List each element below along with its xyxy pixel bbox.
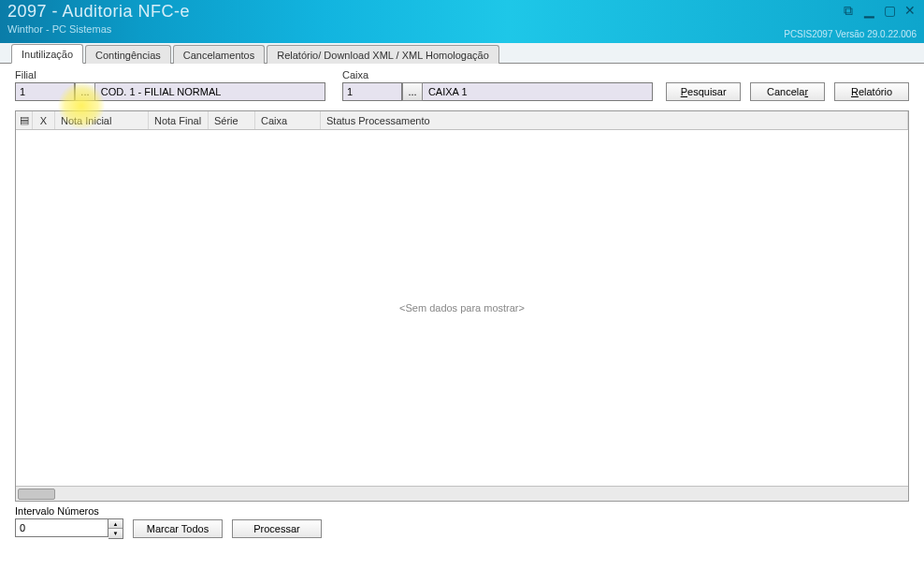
grid-col-serie[interactable]: Série xyxy=(209,111,255,129)
spinner-up-button[interactable]: ▲ xyxy=(108,519,123,529)
bottom-panel: Intervalo Números ▲ ▼ Marcar Todos Proce… xyxy=(0,502,924,543)
data-grid: ▤ X Nota Inicial Nota Final Série Caixa … xyxy=(15,110,909,502)
tab-cancelamentos[interactable]: Cancelamentos xyxy=(173,45,265,64)
scrollbar-thumb[interactable] xyxy=(18,489,55,500)
maximize-icon[interactable]: ▢ xyxy=(881,4,898,19)
tab-contingencias[interactable]: Contingências xyxy=(85,45,171,64)
filial-display: COD. 1 - FILIAL NORMAL xyxy=(95,82,325,101)
grid-col-nota-inicial[interactable]: Nota Inicial xyxy=(55,111,149,129)
grid-col-nota-final[interactable]: Nota Final xyxy=(149,111,209,129)
tab-relatorio-xml[interactable]: Relatório/ Download XML / XML Homologaçã… xyxy=(267,45,499,64)
filter-panel: Filial ... COD. 1 - FILIAL NORMAL Caixa … xyxy=(0,64,924,110)
app-title: 2097 - Auditoria NFC-e xyxy=(7,2,917,22)
cancelar-button[interactable]: Cancelar xyxy=(750,82,825,101)
minimize-icon[interactable]: ▁ xyxy=(860,4,877,19)
grid-menu-icon[interactable]: ▤ xyxy=(16,111,33,129)
intervalo-label: Intervalo Números xyxy=(15,505,909,517)
window-controls: ⧉ ▁ ▢ ✕ xyxy=(840,4,918,19)
grid-col-caixa[interactable]: Caixa xyxy=(255,111,321,129)
grid-col-status[interactable]: Status Processamento xyxy=(321,111,908,129)
intervalo-spinner: ▲ ▼ xyxy=(15,518,123,539)
filial-lookup-button[interactable]: ... xyxy=(75,82,95,101)
grid-col-x[interactable]: X xyxy=(33,111,55,129)
grid-header: ▤ X Nota Inicial Nota Final Série Caixa … xyxy=(16,111,908,130)
intervalo-input[interactable] xyxy=(15,518,108,537)
caixa-input[interactable] xyxy=(342,82,402,101)
filial-input[interactable] xyxy=(15,82,75,101)
relatorio-button[interactable]: Relatório xyxy=(834,82,909,101)
filial-label: Filial xyxy=(15,69,75,80)
close-icon[interactable]: ✕ xyxy=(902,4,918,19)
grid-horizontal-scrollbar[interactable] xyxy=(16,486,908,501)
pesquisar-button[interactable]: Pesquisar xyxy=(666,82,741,101)
tab-inutilizacao[interactable]: Inutilização xyxy=(11,44,83,64)
grid-body: <Sem dados para mostrar> xyxy=(16,130,908,486)
marcar-todos-button[interactable]: Marcar Todos xyxy=(133,519,223,538)
caixa-label: Caixa xyxy=(342,69,402,80)
title-bar: 2097 - Auditoria NFC-e Winthor - PC Sist… xyxy=(0,0,924,43)
grid-empty-text: <Sem dados para mostrar> xyxy=(399,302,525,314)
spinner-down-button[interactable]: ▼ xyxy=(108,529,123,538)
tab-bar: Inutilização Contingências Cancelamentos… xyxy=(0,43,924,64)
popout-icon[interactable]: ⧉ xyxy=(840,4,857,19)
app-subtitle: Winthor - PC Sistemas xyxy=(7,23,917,35)
caixa-lookup-button[interactable]: ... xyxy=(402,82,423,101)
processar-button[interactable]: Processar xyxy=(232,519,322,538)
caixa-display: CAIXA 1 xyxy=(423,82,653,101)
version-label: PCSIS2097 Versão 29.0.22.006 xyxy=(784,29,917,39)
